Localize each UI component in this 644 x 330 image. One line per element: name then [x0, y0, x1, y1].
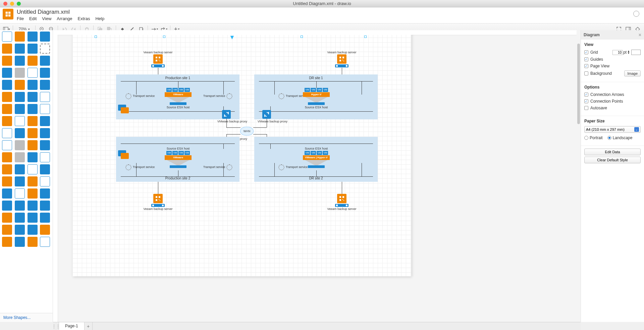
- palette-shape[interactable]: [2, 104, 12, 114]
- palette-shape[interactable]: [28, 152, 38, 162]
- palette-shape[interactable]: [2, 68, 12, 78]
- veeam-server-bottom-left[interactable]: Veeam backup server: [151, 194, 165, 207]
- palette-shape[interactable]: [15, 32, 25, 42]
- palette-shape[interactable]: [2, 164, 12, 174]
- site-production-2[interactable]: Source ESX host VMVMVMVM VMware Transpor…: [116, 137, 239, 182]
- storage-icon[interactable]: [118, 150, 128, 160]
- guides-checkbox[interactable]: [584, 57, 588, 61]
- menu-help[interactable]: Help: [95, 16, 104, 21]
- palette-shape[interactable]: [2, 44, 12, 54]
- palette-shape[interactable]: [40, 213, 50, 223]
- palette-shape[interactable]: [2, 32, 12, 42]
- canvas-area[interactable]: Title ▲ ▼ Veeam backup server: [53, 30, 581, 322]
- pageview-checkbox[interactable]: [584, 64, 588, 68]
- palette-shape[interactable]: [2, 176, 12, 186]
- diagram-title[interactable]: Title: [238, 35, 246, 36]
- palette-shape[interactable]: [28, 44, 38, 54]
- globe-icon[interactable]: [633, 11, 639, 17]
- palette-shape[interactable]: [40, 225, 50, 235]
- palette-shape[interactable]: [2, 201, 12, 211]
- site-dr-2[interactable]: Source ESX host VMVMVMVM VMware | Hyper-…: [254, 137, 378, 182]
- palette-shape[interactable]: [15, 104, 25, 114]
- conn-arrows-checkbox[interactable]: [584, 93, 588, 97]
- palette-shape[interactable]: [15, 152, 25, 162]
- palette-shape[interactable]: [15, 237, 25, 247]
- grid-color-swatch[interactable]: [631, 50, 641, 55]
- palette-shape[interactable]: [40, 176, 50, 186]
- autosave-checkbox[interactable]: [584, 106, 588, 110]
- app-logo[interactable]: [3, 9, 13, 19]
- palette-shape[interactable]: [15, 188, 25, 199]
- clear-style-button[interactable]: Clear Default Style: [584, 157, 641, 163]
- diagram-page[interactable]: Title ▲ ▼ Veeam backup server: [72, 35, 411, 276]
- palette-shape[interactable]: [2, 128, 12, 138]
- menu-edit[interactable]: Edit: [29, 16, 37, 21]
- palette-shape[interactable]: [40, 32, 50, 42]
- palette-shape[interactable]: [2, 140, 12, 150]
- palette-shape[interactable]: [40, 140, 50, 150]
- canvas-scrollbar-vertical[interactable]: [577, 30, 581, 322]
- palette-shape[interactable]: [2, 56, 12, 66]
- palette-shape[interactable]: [40, 128, 50, 138]
- menu-view[interactable]: View: [42, 16, 51, 21]
- menu-arrange[interactable]: Arrange: [57, 16, 72, 21]
- palette-shape[interactable]: [15, 92, 25, 102]
- landscape-radio[interactable]: [607, 136, 611, 140]
- palette-shape[interactable]: [15, 164, 25, 174]
- palette-shape[interactable]: [15, 225, 25, 235]
- palette-shape[interactable]: [2, 213, 12, 223]
- palette-shape[interactable]: [15, 80, 25, 90]
- palette-shape[interactable]: [2, 92, 12, 102]
- document-name[interactable]: Untitled Diagram.xml: [17, 9, 104, 15]
- image-button[interactable]: Image: [624, 70, 641, 76]
- vm-group[interactable]: Source ESX host VMVMVMVM VMware: [165, 147, 192, 168]
- vm-group[interactable]: VMVMVMVM VMware Source ESX host: [165, 88, 192, 109]
- wan-cloud[interactable]: WAN: [240, 127, 254, 135]
- palette-shape[interactable]: [2, 80, 12, 90]
- close-icon[interactable]: ×: [639, 32, 641, 38]
- palette-shape[interactable]: [28, 201, 38, 211]
- palette-shape[interactable]: [15, 116, 25, 126]
- palette-shape[interactable]: [28, 225, 38, 235]
- palette-shape[interactable]: [40, 68, 50, 78]
- palette-shape[interactable]: [15, 140, 25, 150]
- palette-shape[interactable]: [40, 44, 50, 54]
- palette-shape[interactable]: [28, 140, 38, 150]
- palette-shape[interactable]: [28, 176, 38, 186]
- palette-shape[interactable]: [28, 68, 38, 78]
- palette-shape[interactable]: [40, 56, 50, 66]
- palette-shape[interactable]: [28, 237, 38, 247]
- palette-grid[interactable]: [0, 30, 53, 313]
- palette-shape[interactable]: [15, 68, 25, 78]
- palette-shape[interactable]: [2, 116, 12, 126]
- palette-shape[interactable]: [28, 80, 38, 90]
- site-dr-1[interactable]: DR site 1 Transport service VMVMVMVM Hyp…: [254, 74, 378, 119]
- site-production-1[interactable]: Production site 1 Transport service Tran…: [116, 74, 239, 119]
- grid-size-input[interactable]: [612, 50, 623, 55]
- palette-shape[interactable]: [15, 213, 25, 223]
- palette-shape[interactable]: [28, 56, 38, 66]
- palette-shape[interactable]: [40, 116, 50, 126]
- edit-data-button[interactable]: Edit Data: [584, 149, 641, 155]
- palette-shape[interactable]: [2, 225, 12, 235]
- palette-shape[interactable]: [40, 188, 50, 199]
- conn-points-checkbox[interactable]: [584, 99, 588, 103]
- grid-checkbox[interactable]: [584, 50, 588, 54]
- palette-shape[interactable]: [15, 176, 25, 186]
- palette-shape[interactable]: [40, 201, 50, 211]
- vm-group[interactable]: VMVMVMVM Hyper-V Source ESX host: [303, 88, 330, 109]
- palette-shape[interactable]: [40, 237, 50, 247]
- storage-icon[interactable]: [118, 105, 128, 115]
- palette-shape[interactable]: [40, 80, 50, 90]
- add-page-button[interactable]: +: [85, 322, 93, 330]
- portrait-radio[interactable]: [584, 136, 588, 140]
- more-shapes-link[interactable]: More Shapes...: [0, 313, 53, 322]
- palette-shape[interactable]: [28, 213, 38, 223]
- palette-shape[interactable]: [28, 188, 38, 199]
- palette-shape[interactable]: [40, 104, 50, 114]
- palette-shape[interactable]: [40, 164, 50, 174]
- backup-proxy[interactable]: [262, 110, 271, 119]
- veeam-server-top-right[interactable]: Veeam backup server: [335, 54, 348, 67]
- backup-proxy[interactable]: [222, 110, 231, 119]
- tab-grip-icon[interactable]: ⋮⋮: [53, 322, 59, 330]
